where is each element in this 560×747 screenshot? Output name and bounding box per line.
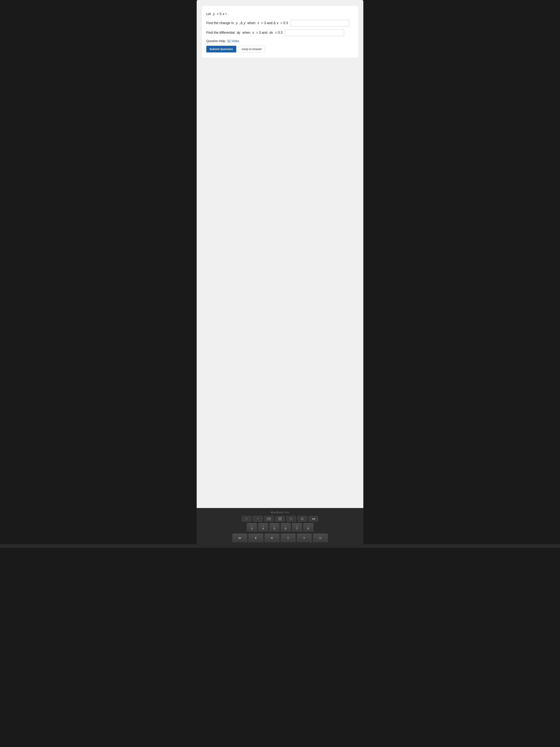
question-help: Question Help: Video xyxy=(206,40,354,43)
video-link[interactable]: Video xyxy=(228,40,239,43)
dy-input[interactable] xyxy=(285,29,344,36)
part1-label: Find the change in y, Δy when x = 3 and … xyxy=(206,20,354,26)
fn-key-keyboard-brightness-down[interactable] xyxy=(286,516,296,521)
svg-line-23 xyxy=(303,518,303,518)
jump-to-answer-button[interactable]: Jump to Answer xyxy=(238,46,265,52)
part2-label: Find the differential dy when x = 3 and … xyxy=(206,29,354,36)
svg-line-25 xyxy=(303,519,303,520)
svg-point-8 xyxy=(281,518,282,519)
key-w[interactable]: W xyxy=(233,534,247,543)
key-4[interactable]: $ 4 xyxy=(258,523,268,532)
video-label: Video xyxy=(232,40,239,43)
key-3[interactable]: # 3 xyxy=(247,523,257,532)
number-row: # 3 $ 4 % 5 ^ 6 & 7 * 8 xyxy=(197,523,363,532)
fn-key-mission-control[interactable] xyxy=(264,516,274,521)
svg-line-22 xyxy=(301,518,301,518)
svg-point-6 xyxy=(278,518,279,519)
svg-point-12 xyxy=(291,518,292,519)
fn-key-brightness-up[interactable]: ✦ xyxy=(253,516,263,521)
bottom-spacer xyxy=(0,544,560,548)
screen-content: Let y = 5x2. Find the change in y, Δy wh… xyxy=(197,0,363,508)
fn-key-launchpad[interactable] xyxy=(275,516,285,521)
question-block: Let y = 5x2. Find the change in y, Δy wh… xyxy=(202,6,358,58)
svg-point-11 xyxy=(281,519,282,520)
video-icon xyxy=(228,40,231,43)
question-help-label: Question Help: xyxy=(206,40,226,43)
function-row: ☀ ✦ xyxy=(197,516,363,521)
button-row: Submit Question Jump to Answer xyxy=(206,46,354,52)
key-y[interactable]: Y xyxy=(297,534,312,543)
fn-key-rewind[interactable]: ◀◀ xyxy=(309,516,318,521)
svg-point-17 xyxy=(301,518,303,519)
fn-key-keyboard-brightness-up[interactable] xyxy=(297,516,307,521)
key-e[interactable]: E xyxy=(248,534,263,543)
letter-row: W E R T Y U xyxy=(197,534,363,543)
let-statement: Let y = 5x2. xyxy=(206,11,354,17)
svg-point-10 xyxy=(279,519,281,520)
svg-point-5 xyxy=(281,517,282,518)
key-7[interactable]: & 7 xyxy=(292,523,302,532)
svg-point-4 xyxy=(279,517,281,518)
key-5[interactable]: % 5 xyxy=(269,523,279,532)
delta-y-input[interactable] xyxy=(290,20,349,26)
svg-rect-2 xyxy=(268,517,270,519)
key-t[interactable]: T xyxy=(281,534,296,543)
macbook-bottom: MacBook Pro ☀ ✦ xyxy=(197,508,363,544)
svg-line-24 xyxy=(301,519,301,520)
svg-point-3 xyxy=(278,517,279,518)
svg-point-9 xyxy=(278,519,279,520)
macbook-label: MacBook Pro xyxy=(271,511,289,514)
fn-key-brightness-down[interactable]: ☀ xyxy=(242,516,251,521)
key-r[interactable]: R xyxy=(265,534,279,543)
key-u[interactable]: U xyxy=(313,534,328,543)
key-6[interactable]: ^ 6 xyxy=(281,523,291,532)
svg-point-7 xyxy=(279,518,281,519)
submit-question-button[interactable]: Submit Question xyxy=(206,46,236,52)
key-8[interactable]: * 8 xyxy=(303,523,313,532)
